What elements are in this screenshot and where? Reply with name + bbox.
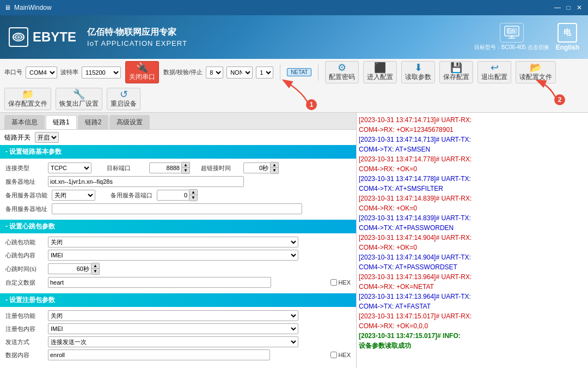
backup-func-row: 备用服务器功能 关闭 备用服务器端口 ▲ ▼ xyxy=(5,189,351,201)
hb-content-select[interactable]: IMEI xyxy=(48,250,298,261)
hb-time-input[interactable] xyxy=(48,263,91,274)
reg-content-select[interactable]: IMEI xyxy=(48,323,298,334)
exit-config-btn[interactable]: ↩ 退出配置 xyxy=(477,61,511,83)
reg-func-label: 注册包功能 xyxy=(5,312,44,320)
port-select[interactable]: COM4 xyxy=(26,67,57,79)
hb-func-select[interactable]: 关闭 xyxy=(48,237,298,248)
close-port-label: 关闭串口 xyxy=(129,73,155,82)
close-btn[interactable]: ✕ xyxy=(575,3,584,12)
main-area: 基本信息 链路1 链路2 高级设置 链路开关 开启 关闭 - 设置链路基本参数 … xyxy=(0,113,588,368)
hb-time-spinbox: ▲ ▼ xyxy=(48,263,100,275)
link-params-form: 连接类型 TCPC 目标端口 ▲ ▼ 超链接时间 xyxy=(0,159,356,220)
tab-basic-info[interactable]: 基本信息 xyxy=(4,115,45,129)
hb-time-label: 心跳时间(s) xyxy=(5,265,44,273)
custom-data-label: 自定义数据 xyxy=(5,279,44,287)
read-params-btn[interactable]: ⬇ 读取参数 xyxy=(401,61,435,83)
target-port-label: 目标端口 xyxy=(107,164,145,172)
header-right: En 目标型号：BC06-405 点击切换 电 English xyxy=(474,23,579,51)
log-entry-7: [2023-10-31 13:47:14.904]# UART-TX:COM4-… xyxy=(359,252,586,272)
save-config-label: 保存配置 xyxy=(443,73,469,82)
hb-time-down[interactable]: ▼ xyxy=(91,269,99,274)
reg-func-select[interactable]: 关闭 xyxy=(48,310,298,321)
save-config-file-btn[interactable]: 📁 保存配置文件 xyxy=(4,88,51,110)
close-port-btn[interactable]: 🔌 关闭串口 xyxy=(125,61,159,83)
read-config-file-btn[interactable]: 📂 读配置文件 xyxy=(516,61,556,83)
port-group: 串口号 COM4 波特率 115200 xyxy=(4,67,121,79)
tab-link1[interactable]: 链路1 xyxy=(46,115,77,129)
reconnect-up[interactable]: ▲ xyxy=(271,162,278,168)
hb-time-up[interactable]: ▲ xyxy=(91,263,99,269)
save-config-btn[interactable]: 💾 保存配置 xyxy=(439,61,473,83)
save-config-file-label: 保存配置文件 xyxy=(8,99,47,108)
minimize-btn[interactable]: — xyxy=(553,3,562,12)
tab-advanced[interactable]: 高级设置 xyxy=(109,115,150,129)
titlebar-controls[interactable]: — □ ✕ xyxy=(553,3,584,12)
parity-select[interactable]: NONE xyxy=(226,67,253,79)
header-text: 亿佰特·物联网应用专家 IoT APPLICATION EXPERT xyxy=(87,27,187,47)
hb-content-row: 心跳包内容 IMEI xyxy=(5,250,351,261)
backup-addr-input[interactable] xyxy=(52,203,302,214)
backup-port-spins: ▲ ▼ xyxy=(189,189,198,201)
data-select[interactable]: 8 xyxy=(206,67,223,79)
target-port-input[interactable] xyxy=(149,162,182,173)
restore-factory-icon: 🔧 xyxy=(73,89,85,99)
restart-device-label: 重启设备 xyxy=(111,99,137,108)
header: EBYTE 亿佰特·物联网应用专家 IoT APPLICATION EXPERT… xyxy=(0,15,588,59)
port-label: 串口号 xyxy=(4,68,22,76)
netat-badge: NETAT xyxy=(287,68,311,76)
restore-factory-btn[interactable]: 🔧 恢复出厂设置 xyxy=(56,88,102,110)
app-icon: 🖥 xyxy=(4,4,11,11)
hb-func-label: 心跳包功能 xyxy=(5,238,44,246)
server-addr-input[interactable] xyxy=(48,176,244,187)
enter-config-btn[interactable]: ⬛ 进入配置 xyxy=(363,61,397,83)
target-label[interactable]: 目标型号：BC06-405 点击切换 xyxy=(474,44,549,51)
custom-data-row: 自定义数据 HEX xyxy=(5,277,351,288)
backup-port-input[interactable] xyxy=(157,190,189,201)
hex-checkbox1[interactable] xyxy=(330,279,337,286)
heartbeat-params-header: - 设置心跳包参数 xyxy=(0,220,356,233)
hb-time-row: 心跳时间(s) ▲ ▼ xyxy=(5,263,351,275)
lang-btn[interactable]: 电 English xyxy=(556,23,579,51)
target-port-down[interactable]: ▼ xyxy=(182,168,189,173)
target-info-area: En 目标型号：BC06-405 点击切换 xyxy=(474,23,549,51)
reg-content-label: 注册包内容 xyxy=(5,325,44,333)
send-mode-select[interactable]: 连接发送一次 xyxy=(48,336,298,347)
close-port-icon: 🔌 xyxy=(136,63,148,73)
register-params-header: - 设置注册包参数 xyxy=(0,293,356,307)
read-config-file-icon: 📂 xyxy=(530,63,542,73)
reg-content-row: 注册包内容 IMEI xyxy=(5,323,351,334)
hex-checkbox2[interactable] xyxy=(330,352,337,358)
iot-text: IoT APPLICATION EXPERT xyxy=(87,39,187,47)
reconnect-label: 超链接时间 xyxy=(201,164,239,172)
server-addr-row: 服务器地址 xyxy=(5,176,351,187)
config-pwd-btn[interactable]: ⚙ 配置密码 xyxy=(325,61,359,83)
reconnect-down[interactable]: ▼ xyxy=(271,168,278,173)
custom-data-input[interactable] xyxy=(48,277,271,288)
backup-port-up[interactable]: ▲ xyxy=(189,190,197,195)
baud-select[interactable]: 115200 xyxy=(82,67,121,79)
save-config-icon: 💾 xyxy=(450,63,462,73)
logo-area: EBYTE xyxy=(9,27,76,47)
maximize-btn[interactable]: □ xyxy=(564,3,573,12)
stop-select[interactable]: 1 xyxy=(256,67,273,79)
read-config-file-label: 读配置文件 xyxy=(519,73,552,82)
conn-type-select[interactable]: TCPC xyxy=(48,162,91,173)
save-config-file-icon: 📁 xyxy=(22,89,34,99)
backup-func-select[interactable]: 关闭 xyxy=(52,190,95,201)
right-panel: [2023-10-31 13:47:14.713]# UART-RX:COM4-… xyxy=(357,113,588,368)
link-switch-select[interactable]: 开启 关闭 xyxy=(35,132,59,143)
reconnect-input[interactable] xyxy=(243,162,271,173)
device-icon: En xyxy=(500,23,524,43)
register-params-form: 注册包功能 关闭 注册包内容 IMEI 发送方式 连接发送一次 xyxy=(0,307,356,366)
restart-device-btn[interactable]: ↺ 重启设备 xyxy=(107,88,140,110)
backup-port-down[interactable]: ▼ xyxy=(189,195,197,201)
data-content-input[interactable] xyxy=(48,349,270,360)
logo-ebyte: EBYTE xyxy=(9,27,76,47)
log-entry-0: [2023-10-31 13:47:14.713]# UART-RX:COM4-… xyxy=(359,115,586,135)
window-title: MainWindow xyxy=(14,4,52,11)
enter-config-icon: ⬛ xyxy=(374,63,386,73)
target-port-spinbox: ▲ ▼ xyxy=(149,162,190,174)
tab-link2[interactable]: 链路2 xyxy=(78,115,109,129)
target-port-up[interactable]: ▲ xyxy=(182,162,189,168)
read-params-label: 读取参数 xyxy=(405,73,431,82)
